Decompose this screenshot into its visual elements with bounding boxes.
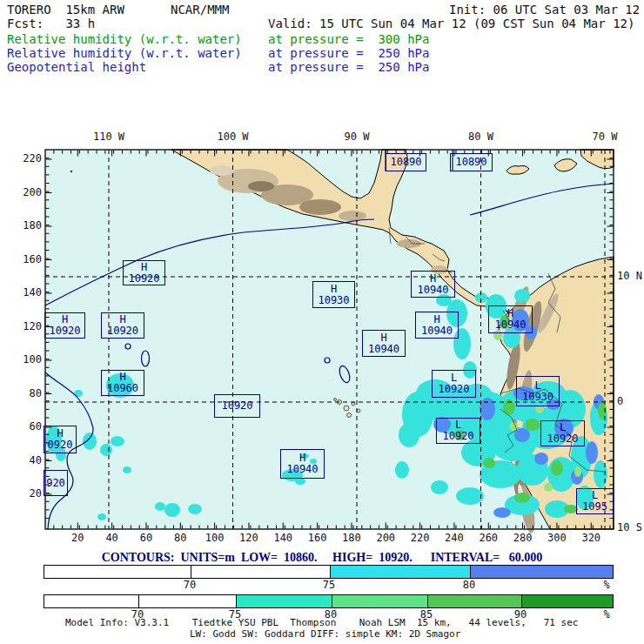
- top-axis-label: 100 W: [211, 131, 256, 143]
- x-axis-label: 100: [201, 533, 229, 544]
- colorbar-rh-250hpa: [44, 565, 614, 579]
- top-axis-label: 90 W: [334, 131, 379, 143]
- y-axis-label: 40: [14, 455, 42, 466]
- x-axis-label: 40: [98, 533, 126, 544]
- marker-value: 10920: [547, 433, 578, 445]
- y-axis-label: 100: [14, 354, 42, 366]
- colorbar1-unit: %: [594, 580, 619, 591]
- marker-value: 10940: [286, 464, 318, 475]
- marker-value: 10940: [417, 285, 448, 296]
- marker-value: 10940: [421, 325, 453, 337]
- marker-type: H: [433, 314, 439, 325]
- marker-value: 10920: [438, 384, 469, 395]
- right-axis-label: 10 S: [617, 522, 643, 533]
- high-marker: H0920: [44, 426, 77, 453]
- colorbar-segment: [191, 566, 330, 578]
- colorbar-segment: [44, 595, 138, 607]
- marker-value: 10920: [442, 431, 473, 442]
- map-canvas: [0, 0, 644, 644]
- contour-label: 10920: [214, 394, 260, 418]
- high-marker: H10940: [411, 271, 455, 298]
- x-axis-label: 180: [338, 533, 366, 544]
- contour-label: 10890: [450, 153, 493, 171]
- marker-value: 10890: [455, 157, 486, 168]
- x-axis-label: 240: [440, 533, 468, 544]
- marker-value: 10920: [128, 273, 159, 285]
- colorbar-segment: [470, 566, 613, 578]
- low-marker: L1095: [576, 488, 614, 514]
- marker-value: 10920: [221, 400, 252, 412]
- x-axis-label: 140: [269, 533, 297, 544]
- high-marker: H10930: [312, 281, 355, 308]
- x-axis-label: 80: [166, 533, 194, 544]
- colorbar-segment: [427, 595, 521, 607]
- model-info-line1: Model Info: V3.3.1 Tiedtke YSU PBL Thomp…: [65, 617, 578, 628]
- colorbar2-unit: %: [594, 609, 619, 621]
- x-axis-label: 160: [304, 533, 332, 544]
- x-axis-label: 300: [543, 533, 571, 544]
- marker-value: 10920: [107, 325, 138, 337]
- marker-type: L: [534, 380, 540, 392]
- high-marker: H10940: [488, 305, 533, 333]
- high-marker: H10940: [415, 312, 459, 339]
- y-axis-label: 180: [14, 220, 42, 231]
- marker-type: H: [380, 332, 386, 344]
- colorbar-segment: [521, 595, 613, 607]
- top-axis-label: 70 W: [582, 131, 627, 143]
- top-axis-label: 80 W: [459, 131, 504, 143]
- contours-info: CONTOURS: UNITS=m LOW= 10860. HIGH= 1092…: [0, 551, 644, 565]
- marker-value: 10930: [318, 295, 349, 306]
- right-axis-label: 10 N: [617, 271, 643, 282]
- marker-value: 10940: [368, 344, 399, 355]
- colorbar1-tick: 80: [457, 580, 481, 591]
- colorbar-segment: [332, 595, 427, 607]
- marker-value: 10930: [522, 392, 553, 403]
- x-axis-label: 280: [509, 533, 537, 544]
- contour-label: 10890: [386, 153, 426, 171]
- marker-value: 10940: [494, 319, 526, 331]
- x-axis-label: 20: [64, 533, 91, 544]
- y-axis-label: 120: [14, 321, 42, 332]
- x-axis-label: 200: [372, 533, 399, 544]
- x-axis-label: 60: [132, 533, 160, 544]
- colorbar-rh-300hpa: [44, 594, 614, 608]
- marker-value: 0920: [48, 439, 73, 451]
- y-axis-label: 140: [14, 287, 42, 299]
- y-axis-label: 220: [14, 153, 42, 164]
- y-axis-label: 20: [14, 488, 42, 500]
- top-axis-label: 110 W: [86, 131, 131, 143]
- marker-type: H: [430, 273, 436, 285]
- high-marker: H10920: [101, 312, 144, 339]
- weather-map-page: TORERO 15km ARW NCAR/MMM Init: 06 UTC Sa…: [0, 0, 644, 644]
- model-info-line2: LW: Godd SW: Goddard DIFF: simple KM: 2D…: [190, 628, 460, 640]
- marker-value: 920: [46, 478, 65, 489]
- marker-value: 1095: [582, 501, 607, 513]
- colorbar-segment: [138, 595, 236, 607]
- right-axis-label: 0: [617, 396, 643, 407]
- marker-value: 10890: [390, 157, 421, 168]
- x-axis-label: 260: [474, 533, 502, 544]
- x-axis-label: 120: [235, 533, 263, 544]
- marker-type: H: [331, 284, 337, 295]
- y-axis-label: 60: [14, 421, 42, 433]
- x-axis-label: 320: [577, 533, 605, 544]
- y-axis-label: 80: [14, 388, 42, 399]
- low-marker: L10920: [436, 418, 480, 444]
- low-marker: L10920: [540, 420, 585, 446]
- contour-label: 920: [44, 470, 68, 496]
- high-marker: H10920: [123, 260, 165, 285]
- y-axis-label: 200: [14, 187, 42, 198]
- marker-type: H: [141, 262, 147, 273]
- x-axis-label: 220: [406, 533, 434, 544]
- high-marker: H10920: [44, 312, 85, 339]
- low-marker: L10920: [432, 370, 476, 398]
- colorbar-segment: [236, 595, 332, 607]
- high-marker: H10940: [280, 449, 325, 479]
- colorbar1-tick: 75: [317, 580, 341, 591]
- high-marker: H10960: [101, 370, 144, 396]
- low-marker: L10930: [516, 376, 560, 406]
- marker-value: 10920: [49, 325, 80, 337]
- y-axis-label: 160: [14, 254, 42, 265]
- colorbar-segment: [44, 566, 191, 578]
- marker-value: 10960: [107, 383, 138, 394]
